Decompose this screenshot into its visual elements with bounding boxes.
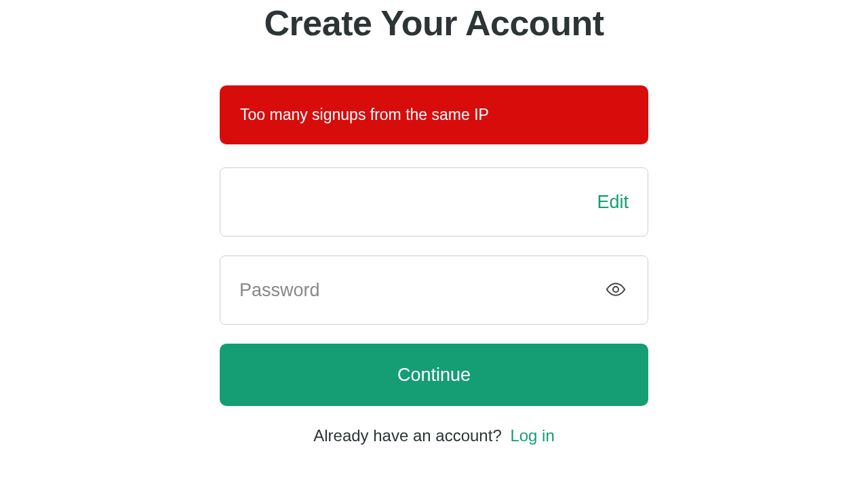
error-alert: Too many signups from the same IP [220,85,648,144]
edit-email-button[interactable]: Edit [597,192,629,213]
login-link[interactable]: Log in [510,426,554,445]
page-title: Create Your Account [217,3,651,43]
password-field-box [220,256,648,325]
login-prompt-text: Already have an account? [313,426,502,445]
password-input[interactable] [239,280,603,301]
continue-button[interactable]: Continue [220,344,648,406]
eye-icon [606,279,626,302]
login-prompt-row: Already have an account? Log in [217,426,651,445]
svg-point-0 [613,287,618,292]
toggle-password-visibility-button[interactable] [603,277,629,304]
email-field-box: Edit [220,167,648,237]
